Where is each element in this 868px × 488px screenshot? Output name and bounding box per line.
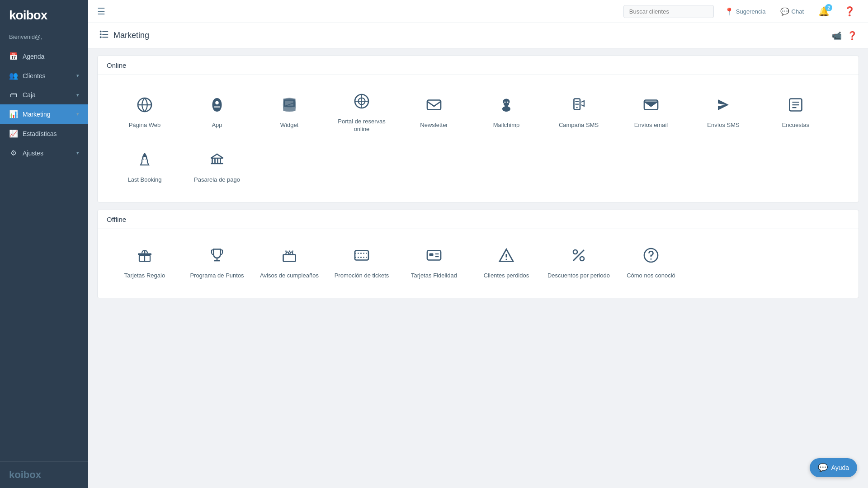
sugerencia-label: Sugerencia bbox=[736, 8, 766, 15]
section-offline: OfflineTarjetas RegaloPrograma de Puntos… bbox=[97, 210, 859, 298]
grid-item-envios-email[interactable]: Envíos email bbox=[615, 84, 687, 142]
svg-rect-0 bbox=[100, 31, 102, 33]
notification-badge: 2 bbox=[825, 4, 832, 11]
notifications-button[interactable]: 🔔 2 bbox=[815, 4, 833, 19]
svg-rect-38 bbox=[429, 253, 434, 256]
sidebar-label-estadisticas: Estadísticas bbox=[23, 130, 57, 137]
mailchimp-label: Mailchimp bbox=[493, 122, 520, 129]
promocion-tickets-label: Promoción de tickets bbox=[335, 272, 389, 280]
grid-item-clientes-perdidos[interactable]: Clientes perdidos bbox=[470, 238, 542, 289]
sidebar-logo: koibox bbox=[0, 0, 88, 31]
grid-item-tarjetas-fidelidad[interactable]: Tarjetas Fidelidad bbox=[398, 238, 470, 289]
grid-item-encuestas[interactable]: Encuestas bbox=[760, 84, 832, 142]
svg-rect-34 bbox=[355, 250, 368, 260]
video-button[interactable]: 📹 bbox=[832, 31, 842, 41]
sidebar-user: Bienvenid@, bbox=[0, 31, 88, 47]
grid-item-widget[interactable]: Widget bbox=[253, 84, 326, 142]
logo-text: koibox bbox=[9, 8, 47, 23]
grid-item-envios-sms[interactable]: Envíos SMS bbox=[687, 84, 760, 142]
svg-point-14 bbox=[505, 102, 506, 103]
svg-point-25 bbox=[143, 157, 146, 160]
pasarela-pago-label: Pasarela de pago bbox=[194, 176, 240, 184]
grid-item-programa-puntos[interactable]: Programa de Puntos bbox=[181, 238, 253, 289]
svg-point-44 bbox=[580, 257, 584, 261]
grid-item-descuentos-periodo[interactable]: Descuentos por periodo bbox=[542, 238, 615, 289]
programa-puntos-icon bbox=[209, 247, 225, 267]
svg-point-42 bbox=[506, 258, 507, 260]
help-info-button[interactable]: ❓ bbox=[847, 31, 857, 41]
sidebar-label-ajustes: Ajustes bbox=[23, 150, 43, 157]
como-nos-conocio-icon bbox=[643, 247, 659, 267]
section-online: OnlinePágina WebAppWidgetPortal de reser… bbox=[97, 56, 859, 202]
svg-rect-2 bbox=[100, 37, 102, 38]
search-input[interactable] bbox=[623, 5, 714, 18]
pagina-web-icon bbox=[137, 97, 153, 117]
sidebar-item-estadisticas[interactable]: 📈 Estadísticas bbox=[0, 124, 88, 143]
descuentos-periodo-icon bbox=[571, 247, 587, 267]
sugerencia-button[interactable]: 📍 Sugerencia bbox=[721, 5, 769, 18]
grid-item-portal-reservas[interactable]: Portal de reservas online bbox=[326, 84, 398, 142]
clientes-perdidos-icon bbox=[498, 247, 514, 267]
como-nos-conocio-label: Cómo nos conoció bbox=[627, 272, 675, 280]
tarjetas-fidelidad-icon bbox=[426, 247, 442, 267]
chat-button[interactable]: 💬 Chat bbox=[777, 5, 807, 18]
grid-item-pagina-web[interactable]: Página Web bbox=[108, 84, 181, 142]
svg-point-19 bbox=[576, 107, 578, 108]
grid-item-pasarela-pago[interactable]: Pasarela de pago bbox=[181, 142, 253, 193]
envios-sms-icon bbox=[715, 97, 731, 117]
grid-item-como-nos-conocio[interactable]: Cómo nos conoció bbox=[615, 238, 687, 289]
sidebar-item-ajustes[interactable]: ⚙ Ajustes ▾ bbox=[0, 143, 88, 163]
page-header: Marketing 📹 ❓ bbox=[88, 23, 868, 48]
avisos-cumpleanos-label: Avisos de cumpleaños bbox=[260, 272, 319, 280]
grid-item-app[interactable]: App bbox=[181, 84, 253, 142]
sidebar-item-caja[interactable]: 🗃 Caja ▾ bbox=[0, 85, 88, 104]
widget-icon bbox=[281, 97, 297, 117]
marketing-nav-icon: 📊 bbox=[9, 110, 18, 118]
help-bubble-label: Ayuda bbox=[831, 464, 849, 471]
sidebar-item-clientes[interactable]: 👥 Clientes ▾ bbox=[0, 66, 88, 85]
section-header-online: Online bbox=[98, 56, 859, 75]
programa-puntos-label: Programa de Puntos bbox=[190, 272, 244, 280]
agenda-nav-icon: 📅 bbox=[9, 52, 18, 61]
last-booking-icon bbox=[137, 151, 153, 172]
chat-label: Chat bbox=[792, 8, 804, 15]
search-wrap bbox=[623, 5, 714, 18]
menu-toggle-button[interactable]: ☰ bbox=[97, 6, 105, 17]
avisos-cumpleanos-icon bbox=[281, 247, 297, 267]
app-icon bbox=[209, 97, 225, 117]
sidebar-item-marketing[interactable]: 📊 Marketing ▾ bbox=[0, 104, 88, 124]
grid-item-last-booking[interactable]: Last Booking bbox=[108, 142, 181, 193]
help-bubble-button[interactable]: 💬 Ayuda bbox=[810, 458, 857, 477]
grid-item-tarjetas-regalo[interactable]: Tarjetas Regalo bbox=[108, 238, 181, 289]
svg-rect-30 bbox=[283, 254, 296, 261]
main-area: ☰ 📍 Sugerencia 💬 Chat 🔔 2 ❓ bbox=[88, 0, 868, 488]
envios-email-icon bbox=[643, 97, 659, 117]
envios-email-label: Envíos email bbox=[634, 122, 668, 129]
page-actions: 📹 ❓ bbox=[832, 31, 857, 41]
grid-item-mailchimp[interactable]: Mailchimp bbox=[470, 84, 542, 142]
clientes-nav-icon: 👥 bbox=[9, 71, 18, 80]
svg-point-43 bbox=[573, 250, 577, 254]
descuentos-periodo-label: Descuentos por periodo bbox=[547, 272, 610, 280]
grid-item-campana-sms[interactable]: Campaña SMS bbox=[542, 84, 615, 142]
campana-sms-icon bbox=[571, 97, 587, 117]
svg-point-7 bbox=[215, 101, 219, 105]
promocion-tickets-icon bbox=[354, 247, 370, 267]
svg-point-15 bbox=[507, 102, 509, 103]
chevron-icon: ▾ bbox=[76, 111, 79, 117]
campana-sms-label: Campaña SMS bbox=[559, 122, 599, 129]
chevron-icon: ▾ bbox=[76, 92, 79, 98]
page-title-wrap: Marketing bbox=[99, 29, 149, 42]
svg-rect-1 bbox=[100, 33, 102, 35]
chat-icon: 💬 bbox=[780, 7, 789, 16]
grid-item-newsletter[interactable]: Newsletter bbox=[398, 84, 470, 142]
sidebar-item-agenda[interactable]: 📅 Agenda bbox=[0, 47, 88, 66]
newsletter-label: Newsletter bbox=[420, 122, 448, 129]
grid-item-promocion-tickets[interactable]: Promoción de tickets bbox=[326, 238, 398, 289]
svg-rect-13 bbox=[427, 100, 441, 110]
estadisticas-nav-icon: 📈 bbox=[9, 129, 18, 138]
help-button[interactable]: ❓ bbox=[840, 4, 859, 19]
grid-item-avisos-cumpleanos[interactable]: Avisos de cumpleaños bbox=[253, 238, 326, 289]
footer-logo: koibox bbox=[9, 469, 41, 480]
encuestas-icon bbox=[788, 97, 804, 117]
